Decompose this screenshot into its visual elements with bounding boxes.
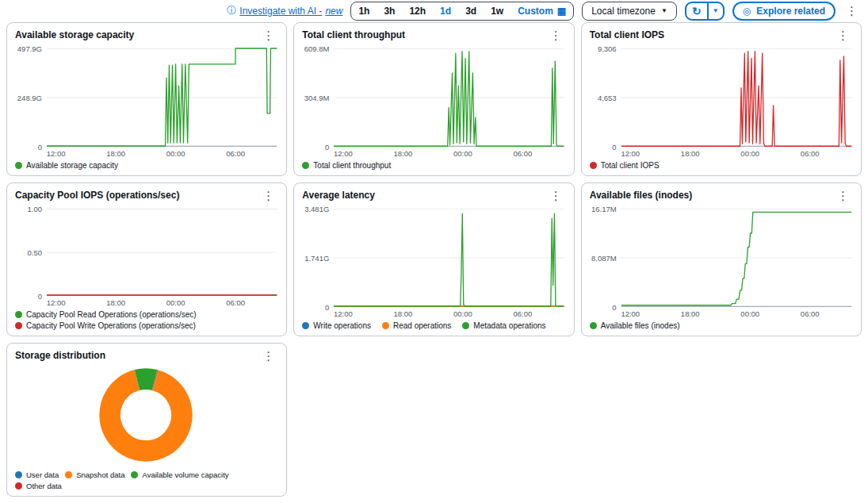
chart-title: Storage distribution: [15, 350, 105, 361]
chart-legend: Available storage capacity: [15, 159, 277, 170]
kebab-icon: ⋮: [262, 189, 274, 202]
legend-marker: [590, 322, 597, 329]
legend-item[interactable]: Available volume capacity: [131, 470, 228, 479]
legend-item[interactable]: User data: [15, 470, 59, 479]
chart-card-storage-distribution: Storage distribution ⋮ User dataSnapshot…: [6, 343, 287, 497]
legend-item[interactable]: Other data: [15, 482, 62, 490]
x-axis: 12:0018:0000:0006:00: [334, 307, 564, 319]
legend-item[interactable]: Capacity Pool Read Operations (operation…: [15, 310, 197, 319]
chart-plot[interactable]: [621, 48, 851, 147]
legend-label: Available storage capacity: [26, 161, 118, 170]
chart-title: Available files (inodes): [590, 190, 693, 201]
legend-item[interactable]: Total client IOPS: [590, 161, 660, 170]
legend-item[interactable]: Snapshot data: [65, 470, 124, 479]
x-axis: 12:0018:0000:0006:00: [47, 147, 277, 159]
dashboard-grid: Available storage capacity ⋮ 497.9G248.9…: [0, 21, 868, 503]
chart-card-available-storage-capacity: Available storage capacity ⋮ 497.9G248.9…: [6, 22, 287, 176]
legend-item[interactable]: Total client throughput: [302, 161, 391, 170]
legend-label: Other data: [26, 482, 62, 490]
time-range-label: 12h: [409, 6, 426, 17]
explore-icon: ◎: [743, 6, 751, 17]
refresh-options-button[interactable]: ▼: [707, 3, 723, 19]
x-axis-label: 00:00: [453, 149, 472, 158]
chart-menu-button[interactable]: ⋮: [548, 190, 564, 202]
x-axis-label: 00:00: [166, 298, 185, 307]
chart-card-capacity-pool-iops: Capacity Pool IOPS (operations/sec) ⋮ 1.…: [6, 182, 287, 336]
chart-menu-button[interactable]: ⋮: [835, 190, 851, 202]
time-range-label: 1h: [358, 6, 369, 17]
time-range-label: 1d: [440, 6, 451, 17]
chart-legend: User dataSnapshot dataAvailable volume c…: [15, 468, 277, 490]
time-range-label: 3h: [384, 6, 395, 17]
legend-item[interactable]: Metadata operations: [462, 321, 545, 330]
legend-item[interactable]: Read operations: [382, 321, 451, 330]
x-axis: 12:0018:0000:0006:00: [334, 147, 564, 159]
legend-marker: [15, 322, 22, 329]
legend-label: Read operations: [393, 321, 451, 330]
kebab-icon: ⋮: [846, 4, 858, 17]
investigate-with-ai-link[interactable]: ⓘ Investigate with AI - new: [227, 4, 342, 17]
y-axis: 3.481G1.741G0: [302, 209, 334, 307]
chart-menu-button[interactable]: ⋮: [260, 190, 277, 202]
toolbar-menu-button[interactable]: ⋮: [843, 5, 860, 17]
chart-plot[interactable]: [47, 209, 277, 296]
timezone-label: Local timezone: [591, 6, 656, 17]
legend-marker: [302, 322, 309, 329]
refresh-button[interactable]: ↻: [686, 3, 707, 19]
refresh-icon: ↻: [692, 5, 702, 17]
legend-marker: [65, 471, 72, 478]
legend-marker: [15, 471, 22, 478]
time-range-label: 1w: [491, 6, 503, 17]
legend-item[interactable]: Capacity Pool Write Operations (operatio…: [15, 321, 196, 330]
chart-menu-button[interactable]: ⋮: [260, 350, 277, 362]
legend-marker: [302, 162, 309, 169]
refresh-split-button: ↻ ▼: [685, 2, 725, 21]
explore-label: Explore related: [756, 6, 825, 17]
time-range-1d[interactable]: 1d: [433, 2, 458, 20]
x-axis: 12:0018:0000:0006:00: [621, 147, 851, 159]
time-range-label: 3d: [465, 6, 476, 17]
x-axis-label: 18:00: [394, 149, 413, 158]
time-range-3h[interactable]: 3h: [377, 2, 402, 20]
x-axis-label: 18:00: [394, 309, 413, 318]
time-range-1h[interactable]: 1h: [351, 2, 377, 20]
donut-chart[interactable]: [15, 362, 277, 468]
legend-item[interactable]: Available storage capacity: [15, 161, 118, 170]
time-range-1w[interactable]: 1w: [484, 2, 510, 20]
caret-down-icon: ▼: [713, 7, 719, 14]
calendar-icon: ▦: [557, 6, 566, 17]
chart-legend: Capacity Pool Read Operations (operation…: [15, 308, 277, 330]
legend-item[interactable]: Write operations: [302, 321, 371, 330]
info-icon: ⓘ: [227, 4, 236, 17]
kebab-icon: ⋮: [550, 189, 562, 202]
x-axis-label: 06:00: [226, 298, 245, 307]
x-axis: 12:0018:0000:0006:00: [47, 296, 277, 308]
legend-label: Metadata operations: [473, 321, 545, 330]
chart-menu-button[interactable]: ⋮: [548, 29, 564, 41]
y-axis-label: 1.741G: [304, 254, 329, 263]
chart-plot[interactable]: [47, 48, 277, 147]
chart-title: Average latency: [302, 190, 375, 201]
chart-plot[interactable]: [621, 209, 851, 307]
legend-marker: [382, 322, 389, 329]
legend-item[interactable]: Available files (inodes): [590, 321, 680, 330]
chart-card-total-client-throughput: Total client throughput ⋮ 609.8M304.9M0 …: [293, 22, 574, 176]
time-range-3d[interactable]: 3d: [458, 2, 484, 20]
chart-menu-button[interactable]: ⋮: [835, 29, 851, 41]
timezone-dropdown[interactable]: Local timezone ▼: [582, 2, 677, 21]
kebab-icon: ⋮: [262, 29, 274, 42]
x-axis-label: 12:00: [47, 149, 66, 158]
kebab-icon: ⋮: [837, 189, 849, 202]
caret-down-icon: ▼: [661, 7, 667, 14]
legend-marker: [15, 482, 22, 490]
legend-label: User data: [26, 470, 59, 479]
y-axis-label: 0: [325, 303, 329, 312]
time-range-12h[interactable]: 12h: [402, 2, 433, 20]
chart-card-total-client-iops: Total client IOPS ⋮ 9,3064,6530 12:0018:…: [581, 22, 862, 176]
time-range-custom[interactable]: Custom▦: [510, 2, 573, 20]
explore-related-button[interactable]: ◎ Explore related: [732, 2, 835, 21]
chart-plot[interactable]: [334, 209, 564, 307]
chart-menu-button[interactable]: ⋮: [260, 29, 277, 41]
y-axis-label: 16.17M: [591, 205, 617, 213]
chart-plot[interactable]: [334, 48, 564, 147]
